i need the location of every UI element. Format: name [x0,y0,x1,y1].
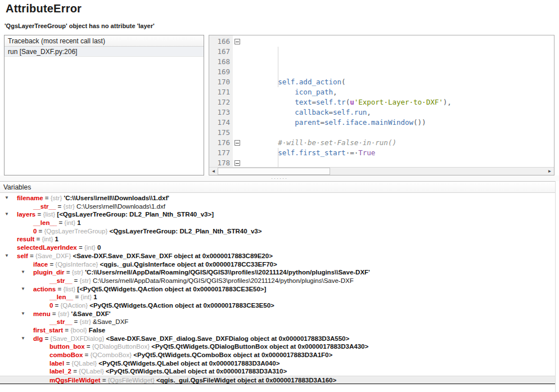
variable-name: __str__ [49,277,72,284]
variable-type: {int} [64,219,77,226]
code-editor-panel: 166167168169170171172173174175176177178 … [209,35,555,175]
code-area[interactable]: self.add_action( icon_path, text=self.tr… [242,35,554,167]
equals-sign: = [65,269,72,276]
scroll-left-button[interactable]: ◄ [209,168,218,175]
variable-row[interactable]: selectedLayerIndex = {int} 0 [0,244,555,252]
variable-type: {QComboBox} [91,352,134,358]
variable-value: 1 [77,219,80,226]
fold-collapse-icon[interactable] [235,140,240,146]
variable-name: plugin_dir [33,269,65,276]
variable-type: {Save_DXF} [35,253,73,259]
variable-row[interactable]: ▼layers = {list} [<QgsLayerTreeGroup: DL… [0,210,555,219]
variable-row[interactable]: __str__ = {str} C:\Users/rnell/AppData/R… [0,277,555,285]
variable-row[interactable]: ▼self = {Save_DXF} <Save-DXF.Save_DXF.Sa… [0,252,555,260]
equals-sign: = [43,335,50,342]
expand-arrow-icon[interactable]: ▼ [4,210,9,219]
variable-row[interactable]: label_2 = {QLabel} <PyQt5.QtWidgets.QLab… [0,367,555,376]
variable-row[interactable]: ▼menu = {str} '&Save_DXF' [0,310,555,318]
expand-arrow-icon[interactable]: ▼ [4,252,9,260]
variable-type: {QLabel} [79,368,106,375]
splitter-handle[interactable]: ······ [0,175,559,181]
scrollbar-thumb[interactable] [218,168,330,175]
variable-row[interactable]: result = {int} 1 [0,235,555,244]
variable-name: mQgsFileWidget [49,377,101,384]
traceback-frame-item[interactable]: run [Save_DXF.py:206] [4,47,204,57]
splitter-dots-icon: ······ [271,177,288,180]
expand-arrow-icon[interactable]: ▼ [4,194,9,202]
variable-row[interactable]: ▼filename = {str} 'C:\\Users\\rnell\\Dow… [0,194,555,202]
variables-tree: ▼filename = {str} 'C:\\Users\\rnell\\Dow… [0,193,555,384]
error-title: AttributeError [6,2,82,15]
variables-panel: Variables ▼filename = {str} 'C:\\Users\\… [0,181,556,392]
equals-sign: = [64,360,71,367]
variable-value: [<PyQt5.QtWidgets.QAction object at 0x00… [77,286,266,292]
equals-sign: = [56,203,63,210]
variable-row[interactable]: comboBox = {QComboBox} <PyQt5.QtWidgets.… [0,351,555,359]
variable-type: {str} [51,195,64,201]
variable-row[interactable]: 0 = {QAction} <PyQt5.QtWidgets.QAction o… [0,301,555,310]
variable-row[interactable]: ▼plugin_dir = {str} 'C:\\Users/rnell/App… [0,268,555,277]
fold-collapse-icon[interactable] [235,39,240,44]
traceback-list: run [Save_DXF.py:206] [4,47,204,57]
traceback-panel: Traceback (most recent call last) run [S… [4,35,204,175]
equals-sign: = [101,377,108,384]
variable-row[interactable]: ▼dlg = {Save_DXFDialog} <Save-DXF.Save_D… [0,335,555,343]
variable-row[interactable]: mQgsFileWidget = {QgsFileWidget} <qgis._… [0,376,555,384]
variable-row[interactable]: button_box = {QDialogButtonBox} <PyQt5.Q… [0,343,555,351]
equals-sign: = [48,261,55,268]
code-line: self.first_start·=·True [244,148,554,158]
variable-value: <PyQt5.QtWidgets.QComboBox object at 0x0… [133,352,332,358]
variable-type: {QgsFileWidget} [108,377,156,384]
fold-collapse-icon[interactable] [235,160,240,166]
scroll-right-button[interactable]: ► [546,168,554,175]
variable-row[interactable]: ▼actions = {list} [<PyQt5.QtWidgets.QAct… [0,285,555,294]
variable-name: __str__ [33,203,56,210]
variable-row[interactable]: __len__ = {int} 1 [0,293,555,301]
code-line: text=self.tr(u'Export·Layer·to·DXF'), [244,97,554,107]
equals-sign: = [72,318,79,325]
variable-row[interactable]: first_start = {bool} False [0,326,555,335]
variable-type: {QLabel} [71,360,98,367]
variable-type: {QgisInterface} [55,261,100,268]
code-line [244,128,554,138]
variable-row[interactable]: __str__ = {str} C:\Users\rnell\Downloads… [0,202,555,211]
variable-value: &Save_DXF [93,318,128,325]
variable-type: {list} [63,286,77,292]
equals-sign: = [71,368,79,375]
variable-name: result [17,236,34,242]
expand-arrow-icon[interactable]: ▼ [21,285,25,294]
expand-arrow-icon[interactable]: ▼ [21,310,25,318]
variable-row[interactable]: __len__ = {int} 1 [0,219,555,227]
variable-value: '&Save_DXF' [71,310,110,317]
equals-sign: = [53,302,60,309]
variable-name: dlg [33,335,43,342]
equals-sign: = [56,286,63,292]
scrollbar-track[interactable] [330,168,546,175]
variable-name: comboBox [49,352,83,358]
equals-sign: = [35,211,43,218]
variable-value: 1 [55,236,58,242]
equals-sign: = [72,277,79,284]
variable-name: __len__ [33,219,57,226]
code-line: parent=self.iface.mainWindow()) [244,118,554,128]
variable-value: <Save-DXF.Save_DXF_dialog.Save_DXFDialog… [106,335,349,342]
variable-name: first_start [33,327,63,334]
variable-type: {QDialogButtonBox} [92,343,152,350]
variable-type: {str} [79,277,93,284]
code-line: icon_path, [244,87,554,97]
expand-arrow-icon[interactable]: ▼ [21,268,25,277]
variable-type: {int} [42,236,55,242]
line-number-gutter: 166167168169170171172173174175176177178 [209,35,233,167]
variable-name: __str__ [49,318,72,325]
expand-arrow-icon[interactable]: ▼ [21,335,25,343]
variable-value: <qgis._gui.QgsFileWidget object at 0x000… [156,377,336,384]
horizontal-scrollbar[interactable]: ◄ ► [209,167,554,175]
variable-row[interactable]: 0 = {QgsLayerTreeGroup} <QgsLayerTreeGro… [0,227,555,236]
variable-type: {QgsLayerTreeGroup} [44,228,110,235]
variable-row[interactable]: label = {QLabel} <PyQt5.QtWidgets.QLabel… [0,359,555,368]
variable-value: <PyQt5.QtWidgets.QAction object at 0x000… [89,302,274,309]
variable-name: self [17,253,28,259]
variable-type: {str} [72,269,85,276]
variable-row[interactable]: iface = {QgisInterface} <qgis._gui.QgisI… [0,260,555,269]
variable-row[interactable]: __str__ = {str} &Save_DXF [0,318,555,326]
